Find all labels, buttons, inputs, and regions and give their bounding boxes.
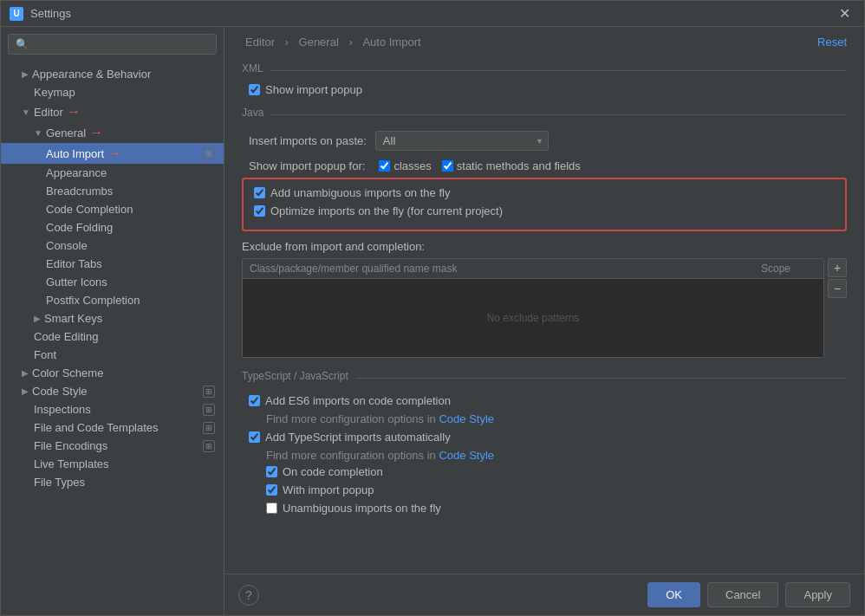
collapse-arrow: ▼: [22, 107, 30, 117]
sidebar-label: Postfix Completion: [46, 294, 140, 307]
with-import-popup-checkbox[interactable]: [266, 484, 277, 496]
sidebar-label: Auto Import: [46, 147, 104, 160]
sidebar-label: File and Code Templates: [34, 421, 159, 434]
on-code-completion-checkbox[interactable]: [266, 466, 277, 477]
ok-button[interactable]: OK: [647, 582, 700, 607]
show-popup-classes-label[interactable]: classes: [379, 159, 431, 172]
search-input[interactable]: [16, 38, 209, 50]
add-es6-text: Add ES6 imports on code completion: [265, 394, 451, 407]
show-import-popup-label[interactable]: Show import popup: [249, 83, 362, 96]
cancel-button[interactable]: Cancel: [707, 582, 778, 607]
sidebar-item-code-editing[interactable]: Code Editing: [1, 327, 224, 346]
insert-imports-label: Insert imports on paste:: [249, 134, 367, 147]
sidebar-item-file-encodings[interactable]: File Encodings ⊞: [1, 437, 224, 455]
main-content-area: ▶ Appearance & Behavior Keymap ▼ Editor …: [1, 27, 864, 615]
main-header: Editor › General › Auto Import Reset: [224, 27, 864, 54]
unambiguous-on-fly-checkbox[interactable]: [266, 503, 277, 514]
optimize-imports-label[interactable]: Optimize imports on the fly (for current…: [254, 204, 503, 217]
sidebar-item-color-scheme[interactable]: ▶ Color Scheme: [1, 364, 224, 382]
empty-text: No exclude patterns: [487, 312, 580, 324]
sidebar-label: Font: [34, 348, 56, 361]
sidebar: ▶ Appearance & Behavior Keymap ▼ Editor …: [1, 27, 224, 615]
settings-content: XML Show import popup Java: [224, 54, 864, 574]
sidebar-label: Appearance & Behavior: [32, 68, 151, 81]
show-popup-classes-checkbox[interactable]: [379, 160, 390, 172]
sidebar-item-keymap[interactable]: Keymap: [1, 83, 224, 101]
table-actions: + −: [828, 258, 847, 300]
add-es6-label[interactable]: Add ES6 imports on code completion: [249, 394, 451, 407]
sidebar-label: Keymap: [34, 86, 75, 99]
add-unambiguous-checkbox[interactable]: [254, 187, 265, 198]
with-import-popup-label[interactable]: With import popup: [266, 483, 374, 496]
action-buttons: OK Cancel Apply: [647, 582, 850, 607]
sidebar-item-file-code-templates[interactable]: File and Code Templates ⊞: [1, 418, 224, 437]
sidebar-label: File Encodings: [34, 439, 107, 452]
collapse-arrow: ▼: [34, 128, 42, 138]
optimize-imports-row: Optimize imports on the fly (for current…: [254, 204, 835, 217]
sidebar-label: Code Folding: [46, 221, 113, 234]
add-unambiguous-label[interactable]: Add unambiguous imports on the fly: [254, 186, 450, 199]
sidebar-item-file-types[interactable]: File Types: [1, 473, 224, 491]
show-popup-static-label[interactable]: static methods and fields: [442, 159, 581, 172]
sidebar-item-general[interactable]: ▼ General →: [1, 122, 224, 143]
insert-imports-select-wrap: All Ask None: [375, 131, 549, 151]
sidebar-item-appearance-behavior[interactable]: ▶ Appearance & Behavior: [1, 65, 224, 83]
sidebar-item-live-templates[interactable]: Live Templates: [1, 455, 224, 473]
sidebar-item-auto-import[interactable]: Auto Import → ⊞: [1, 143, 224, 164]
sidebar-item-postfix-completion[interactable]: Postfix Completion: [1, 291, 224, 309]
app-icon: U: [10, 7, 23, 21]
reset-button[interactable]: Reset: [817, 36, 847, 49]
remove-pattern-button[interactable]: −: [828, 279, 847, 298]
red-arrow-icon: →: [67, 104, 81, 120]
show-popup-label: Show import popup for:: [249, 159, 365, 172]
find-config-1-text: Find more configuration options in: [266, 412, 439, 425]
sidebar-label: Smart Keys: [44, 312, 102, 325]
sidebar-item-gutter-icons[interactable]: Gutter Icons: [1, 273, 224, 291]
sidebar-item-code-completion[interactable]: Code Completion: [1, 200, 224, 218]
add-pattern-button[interactable]: +: [828, 258, 847, 277]
sidebar-item-smart-keys[interactable]: ▶ Smart Keys: [1, 309, 224, 327]
sidebar-label: Breadcrumbs: [46, 185, 113, 198]
sidebar-item-editor-tabs[interactable]: Editor Tabs: [1, 255, 224, 273]
sidebar-label: Appearance: [46, 166, 107, 179]
show-import-popup-text: Show import popup: [265, 83, 362, 96]
add-typescript-checkbox[interactable]: [249, 431, 260, 443]
find-config-2-row: Find more configuration options in Code …: [242, 449, 847, 462]
show-popup-classes-text: classes: [393, 159, 431, 172]
sidebar-item-breadcrumbs[interactable]: Breadcrumbs: [1, 182, 224, 200]
unambiguous-on-fly-text: Unambiguous imports on the fly: [283, 502, 441, 515]
close-button[interactable]: ✕: [834, 3, 855, 23]
show-import-popup-checkbox[interactable]: [249, 84, 260, 95]
window-title: Settings: [30, 7, 834, 20]
sidebar-item-inspections[interactable]: Inspections ⊞: [1, 400, 224, 418]
breadcrumb: Editor › General › Auto Import: [242, 36, 425, 49]
code-style-link-2[interactable]: Code Style: [439, 449, 494, 462]
red-arrow-icon: →: [107, 146, 121, 161]
add-es6-checkbox[interactable]: [249, 395, 260, 406]
sidebar-item-code-style[interactable]: ▶ Code Style ⊞: [1, 382, 224, 400]
breadcrumb-general: General: [299, 36, 339, 49]
ts-label: TypeScript / JavaScript: [242, 370, 348, 382]
sidebar-item-code-folding[interactable]: Code Folding: [1, 218, 224, 237]
sidebar-label: Code Completion: [46, 203, 133, 216]
add-typescript-label[interactable]: Add TypeScript imports automatically: [249, 431, 451, 444]
sidebar-label: Console: [46, 239, 88, 252]
settings-window: U Settings ✕ ▶ Appearance & Behavior Key…: [0, 0, 865, 616]
search-box[interactable]: [8, 34, 217, 55]
sidebar-item-font[interactable]: Font: [1, 346, 224, 364]
apply-button[interactable]: Apply: [785, 582, 850, 607]
sidebar-item-editor[interactable]: ▼ Editor →: [1, 101, 224, 122]
exclude-label: Exclude from import and completion:: [242, 240, 425, 253]
show-popup-static-checkbox[interactable]: [442, 160, 453, 172]
insert-imports-select[interactable]: All Ask None: [375, 131, 549, 151]
sidebar-label: Gutter Icons: [46, 276, 107, 289]
unambiguous-on-fly-label[interactable]: Unambiguous imports on the fly: [266, 502, 441, 515]
java-label: Java: [242, 107, 263, 119]
sidebar-item-console[interactable]: Console: [1, 237, 224, 255]
breadcrumb-sep1: ›: [285, 36, 292, 49]
on-code-completion-label[interactable]: On code completion: [266, 465, 383, 478]
code-style-link-1[interactable]: Code Style: [439, 412, 494, 425]
sidebar-item-appearance[interactable]: Appearance: [1, 164, 224, 182]
optimize-imports-checkbox[interactable]: [254, 205, 265, 217]
help-button[interactable]: ?: [238, 585, 259, 606]
